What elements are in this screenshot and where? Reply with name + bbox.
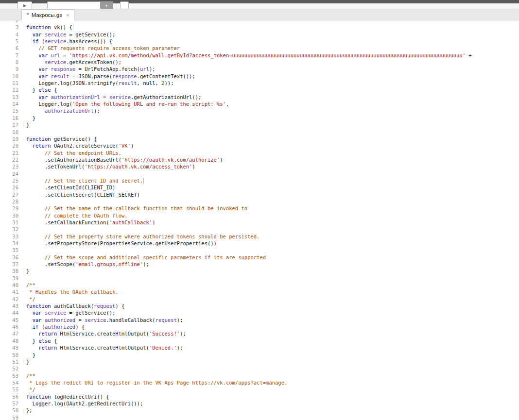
- code-line[interactable]: 5 if (service.hasAccess()) {: [0, 38, 519, 45]
- code-line[interactable]: 51}: [0, 358, 519, 365]
- line-content: var authorizationUrl = service.getAuthor…: [18, 94, 201, 101]
- code-line[interactable]: 17}: [0, 121, 519, 128]
- line-content: return OAuth2.createService('VK'): [18, 142, 134, 149]
- line-content: var service = getService();: [18, 309, 115, 316]
- code-line[interactable]: 54 * Logs the redict URI to register in …: [0, 379, 519, 386]
- line-number: 15: [0, 107, 18, 114]
- code-line[interactable]: 27 .setClientSecret(CLIENT_SECRET): [0, 191, 519, 198]
- code-line[interactable]: 59: [0, 414, 519, 420]
- code-line[interactable]: 22 .setAuthorizationBaseUrl('https://oau…: [0, 156, 519, 163]
- line-content: // complete the OAuth flow.: [18, 212, 128, 219]
- close-icon[interactable]: ×: [66, 12, 69, 18]
- code-line[interactable]: 14 Logger.log('Open the following URL an…: [0, 101, 519, 107]
- line-content: [18, 414, 26, 420]
- code-line[interactable]: 7 var url = 'https://api.vk.com/method/w…: [0, 52, 519, 59]
- line-content: [18, 129, 26, 135]
- code-line[interactable]: 19function getService() {: [0, 135, 519, 142]
- code-editor[interactable]: 23function vk() {4 var service = getServ…: [0, 20, 519, 420]
- code-line[interactable]: 41 * Handles the OAuth callback.: [0, 288, 519, 295]
- code-line[interactable]: 25 // Set the client ID and secret.: [0, 177, 519, 184]
- line-content: };: [18, 407, 33, 414]
- line-content: function logRedirectUri() {: [18, 393, 109, 400]
- code-line[interactable]: 35: [0, 247, 519, 253]
- code-line[interactable]: 40/**: [0, 282, 519, 288]
- toolbar: ▶ ▾: [0, 0, 519, 9]
- line-number: 39: [0, 275, 18, 282]
- line-number: 16: [0, 115, 18, 121]
- code-line[interactable]: 57 Logger.log(OAuth2.getRedirectUri());: [0, 400, 519, 407]
- line-number: 17: [0, 121, 18, 128]
- code-line[interactable]: 24: [0, 170, 519, 177]
- line-content: /**: [18, 282, 35, 288]
- line-number: 44: [0, 309, 18, 316]
- code-line[interactable]: 4 var service = getService();: [0, 31, 519, 38]
- line-number: 40: [0, 282, 18, 288]
- line-number: 10: [0, 73, 18, 80]
- line-number: 53: [0, 372, 18, 379]
- code-line[interactable]: 20 return OAuth2.createService('VK'): [0, 142, 519, 149]
- line-content: }: [18, 115, 35, 121]
- line-number: 31: [0, 219, 18, 226]
- code-line[interactable]: 30 // complete the OAuth flow.: [0, 212, 519, 219]
- code-line[interactable]: 49 return HtmlService.createHtmlOutput('…: [0, 344, 519, 351]
- line-content: }: [18, 358, 29, 365]
- code-line[interactable]: 34 .setPropertyStore(PropertiesService.g…: [0, 240, 519, 247]
- code-line[interactable]: 45 var authorized = service.handleCallba…: [0, 317, 519, 323]
- line-number: 13: [0, 94, 18, 101]
- code-line[interactable]: 8 service.getAccessToken();: [0, 59, 519, 66]
- line-content: [18, 20, 26, 24]
- line-content: [18, 275, 26, 282]
- line-number: 11: [0, 80, 18, 86]
- code-line[interactable]: 46 if (authorized) {: [0, 323, 519, 330]
- code-line[interactable]: 2: [0, 20, 519, 24]
- line-content: var response = UrlFetchApp.fetch(url);: [18, 66, 156, 72]
- run-button[interactable]: ▶: [17, 1, 32, 9]
- code-line[interactable]: 23 .setTokenUrl('https://oauth.vk.com/ac…: [0, 163, 519, 170]
- line-content: .setClientSecret(CLIENT_SECRET): [18, 191, 140, 198]
- code-line[interactable]: 9 var response = UrlFetchApp.fetch(url);: [0, 66, 519, 72]
- code-line[interactable]: 12 } else {: [0, 86, 519, 93]
- function-select[interactable]: ▾: [47, 1, 113, 9]
- line-number: 12: [0, 86, 18, 93]
- line-content: authorizationUrl);: [18, 107, 100, 114]
- tab-makrosy-gs[interactable]: * Макросы.gs ×: [21, 9, 74, 20]
- code-line[interactable]: 50 }: [0, 352, 519, 358]
- code-line[interactable]: 15 authorizationUrl);: [0, 107, 519, 114]
- code-line[interactable]: 48 } else {: [0, 337, 519, 344]
- code-line[interactable]: 42 */: [0, 296, 519, 302]
- code-line[interactable]: 39: [0, 275, 519, 282]
- code-line[interactable]: 21 // Set the endpoint URLs.: [0, 150, 519, 156]
- line-content: // Set the name of the callback function…: [18, 205, 247, 212]
- line-content: }: [18, 268, 29, 274]
- line-content: }: [18, 352, 35, 358]
- code-line[interactable]: 13 var authorizationUrl = service.getAut…: [0, 94, 519, 101]
- code-line[interactable]: 44 var service = getService();: [0, 309, 519, 316]
- code-line[interactable]: 11 Logger.log(JSON.stringify(result, nul…: [0, 80, 519, 86]
- code-line[interactable]: 58};: [0, 407, 519, 414]
- code-line[interactable]: 43function authCallback(request) {: [0, 302, 519, 309]
- code-line[interactable]: 56function logRedirectUri() {: [0, 393, 519, 400]
- code-line[interactable]: 38}: [0, 268, 519, 274]
- code-line[interactable]: 31 .setCallbackFunction('authCallback'): [0, 219, 519, 226]
- code-line[interactable]: 32: [0, 226, 519, 233]
- code-line[interactable]: 29 // Set the name of the callback funct…: [0, 205, 519, 212]
- code-line[interactable]: 55 */: [0, 386, 519, 393]
- line-number: 34: [0, 240, 18, 247]
- code-line[interactable]: 6 // GET requests require access_token p…: [0, 45, 519, 51]
- code-line[interactable]: 33 // Set the property store where autho…: [0, 233, 519, 240]
- code-line[interactable]: 26 .setClientId(CLIENT_ID): [0, 184, 519, 191]
- line-number: 55: [0, 386, 18, 393]
- code-line[interactable]: 52: [0, 365, 519, 372]
- line-number: 7: [0, 52, 18, 59]
- code-line[interactable]: 37 .setScope('email,groups,offline');: [0, 261, 519, 268]
- toolbar-extra-button[interactable]: [120, 1, 129, 9]
- code-line[interactable]: 3function vk() {: [0, 24, 519, 31]
- code-line[interactable]: 53/**: [0, 372, 519, 379]
- code-line[interactable]: 10 var result = JSON.parse(response.getC…: [0, 73, 519, 80]
- code-line[interactable]: 16 }: [0, 115, 519, 121]
- line-number: 4: [0, 31, 18, 38]
- code-line[interactable]: 18: [0, 129, 519, 135]
- code-line[interactable]: 28: [0, 198, 519, 205]
- code-line[interactable]: 47 return HtmlService.createHtmlOutput('…: [0, 330, 519, 337]
- code-line[interactable]: 36 // Set the scope and additional speci…: [0, 254, 519, 261]
